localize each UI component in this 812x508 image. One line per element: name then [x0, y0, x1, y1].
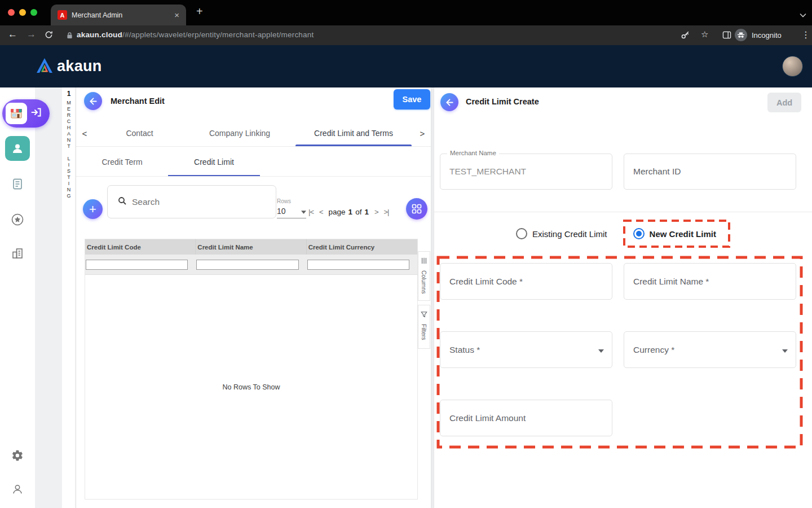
- tab-credit-limit-and-terms[interactable]: Credit Limit and Terms: [293, 120, 414, 146]
- traffic-lights: [8, 9, 37, 16]
- browser-tab[interactable]: A Merchant Admin ×: [51, 5, 186, 25]
- last-page-button[interactable]: >|: [384, 208, 389, 216]
- merchant-name-field[interactable]: Merchant Name TEST_MERCHANT: [440, 154, 612, 190]
- dropdown-caret-icon[interactable]: [782, 345, 788, 355]
- sidebar-item-merchant-applet[interactable]: [2, 99, 50, 128]
- subtab-bar: Credit Term Credit Limit: [76, 147, 431, 177]
- merchant-name-label: Merchant Name: [447, 150, 499, 156]
- back-button[interactable]: [84, 92, 102, 110]
- bookmark-star-icon[interactable]: ☆: [701, 29, 708, 40]
- tab-company-linking[interactable]: Company Linking: [186, 120, 293, 146]
- tab-strip-chevron-down-icon[interactable]: [800, 10, 806, 20]
- table-body: No Rows To Show: [85, 275, 417, 499]
- browser-toolbar: ← → akaun.cloud/#/applets/wavelet/erp/en…: [0, 25, 812, 45]
- tabs-scroll-left-icon[interactable]: <: [76, 120, 93, 146]
- user-avatar[interactable]: [782, 56, 803, 77]
- close-traffic-light[interactable]: [8, 9, 15, 16]
- minimize-traffic-light[interactable]: [19, 9, 26, 16]
- merchant-listing-label: MERCHANT LISTING: [66, 100, 72, 199]
- password-key-icon[interactable]: [680, 30, 690, 42]
- layout-grid-button[interactable]: [406, 198, 427, 220]
- credit-limit-amount-field[interactable]: Credit Limit Amount: [440, 400, 612, 436]
- merchant-edit-panel: Merchant Edit Save < Contact Company Lin…: [76, 87, 431, 508]
- back-button[interactable]: [440, 93, 458, 111]
- credit-limit-name-field[interactable]: Credit Limit Name *: [624, 263, 796, 300]
- search-icon: [118, 196, 127, 208]
- url-bar[interactable]: akaun.cloud/#/applets/wavelet/erp/entity…: [77, 30, 314, 39]
- currency-select[interactable]: Currency *: [624, 331, 796, 368]
- filters-tab-label: Filters: [421, 324, 427, 340]
- new-tab-button[interactable]: +: [196, 5, 203, 18]
- sidebar-item-contacts[interactable]: [5, 136, 30, 161]
- tab-contact[interactable]: Contact: [93, 120, 186, 146]
- prev-page-button[interactable]: <: [319, 208, 323, 216]
- akaun-logo-icon: [36, 58, 53, 76]
- columns-panel-tab[interactable]: Columns: [418, 251, 430, 301]
- subtab-credit-limit[interactable]: Credit Limit: [168, 147, 260, 176]
- fullscreen-traffic-light[interactable]: [30, 9, 37, 16]
- merchant-id-field[interactable]: Merchant ID: [624, 154, 796, 190]
- radio-new-label: New Credit Limit: [650, 229, 716, 239]
- sidebar-item-favorites[interactable]: [11, 213, 24, 226]
- status-select[interactable]: Status *: [440, 331, 612, 368]
- search-box[interactable]: [107, 185, 276, 218]
- caret-down-icon: [301, 207, 306, 216]
- radio-selected-icon[interactable]: [633, 228, 645, 239]
- side-panel-icon[interactable]: [722, 31, 731, 41]
- filter-funnel-icon: [421, 310, 427, 320]
- column-header-credit-limit-code[interactable]: Credit Limit Code: [85, 239, 196, 255]
- app-sidebar: [0, 87, 35, 508]
- credit-limit-name-placeholder: Credit Limit Name *: [633, 277, 709, 287]
- sidebar-gutter: [35, 87, 62, 508]
- browser-menu-dots-icon[interactable]: ⋮: [801, 29, 810, 40]
- browser-tab-bar: A Merchant Admin × +: [0, 0, 812, 25]
- rows-per-page-select[interactable]: 10: [277, 207, 306, 218]
- credit-limit-code-placeholder: Credit Limit Code *: [449, 277, 523, 287]
- filter-input-credit-limit-code[interactable]: [86, 260, 188, 270]
- empty-rows-message: No Rows To Show: [223, 383, 280, 391]
- status-placeholder: Status *: [449, 345, 480, 355]
- sidebar-item-organization[interactable]: [11, 247, 24, 260]
- sidebar-item-listing[interactable]: [11, 178, 24, 190]
- filter-input-credit-limit-currency[interactable]: [307, 260, 409, 270]
- settings-gear-icon[interactable]: [11, 449, 24, 462]
- filter-input-credit-limit-name[interactable]: [196, 260, 298, 270]
- incognito-badge[interactable]: Incognito: [735, 29, 782, 41]
- reload-icon[interactable]: [45, 30, 53, 41]
- first-page-button[interactable]: |<: [308, 208, 314, 216]
- total-pages: 1: [364, 208, 369, 216]
- radio-existing-credit-limit[interactable]: Existing Credit Limit: [516, 228, 607, 239]
- column-header-credit-limit-name[interactable]: Credit Limit Name: [196, 239, 306, 255]
- storefront-icon: [6, 103, 27, 124]
- panel-title: Merchant Edit: [111, 97, 165, 106]
- add-credit-limit-button[interactable]: +: [83, 199, 103, 219]
- filters-panel-tab[interactable]: Filters: [418, 305, 430, 349]
- next-page-button[interactable]: >: [374, 208, 378, 216]
- merchant-listing-count: 1: [62, 90, 76, 98]
- column-header-credit-limit-currency[interactable]: Credit Limit Currency: [307, 239, 417, 255]
- login-arrow-icon: [30, 107, 42, 120]
- profile-icon[interactable]: [11, 483, 24, 496]
- tab-close-icon[interactable]: ×: [174, 11, 179, 19]
- rows-label: Rows: [277, 198, 291, 204]
- add-button[interactable]: Add: [767, 93, 801, 112]
- browser-forward-button[interactable]: →: [27, 29, 36, 40]
- save-button[interactable]: Save: [394, 89, 430, 110]
- screen: A Merchant Admin × + ← → akaun.cloud/#/a…: [0, 0, 812, 508]
- rows-per-page-value: 10: [277, 207, 286, 216]
- merchant-listing-vertical-tab[interactable]: 1 MERCHANT LISTING: [62, 87, 76, 508]
- radio-new-credit-limit[interactable]: New Credit Limit: [633, 228, 716, 239]
- credit-limit-mode-radios: Existing Credit Limit New Credit Limit: [516, 223, 716, 244]
- url-domain: akaun.cloud: [77, 30, 122, 39]
- dropdown-caret-icon[interactable]: [598, 345, 604, 355]
- subtab-credit-term[interactable]: Credit Term: [76, 147, 168, 176]
- logo-text: akaun: [57, 58, 102, 75]
- browser-back-button[interactable]: ←: [8, 29, 17, 40]
- merchant-id-placeholder: Merchant ID: [633, 167, 681, 177]
- pagination: |< < page 1 of 1 > >|: [308, 208, 389, 216]
- tabs-scroll-right-icon[interactable]: >: [414, 120, 431, 146]
- radio-unselected-icon[interactable]: [516, 228, 527, 239]
- search-input[interactable]: [132, 197, 268, 207]
- credit-limit-code-field[interactable]: Credit Limit Code *: [440, 263, 612, 300]
- url-path: /#/applets/wavelet/erp/entity/merchant-a…: [122, 30, 314, 39]
